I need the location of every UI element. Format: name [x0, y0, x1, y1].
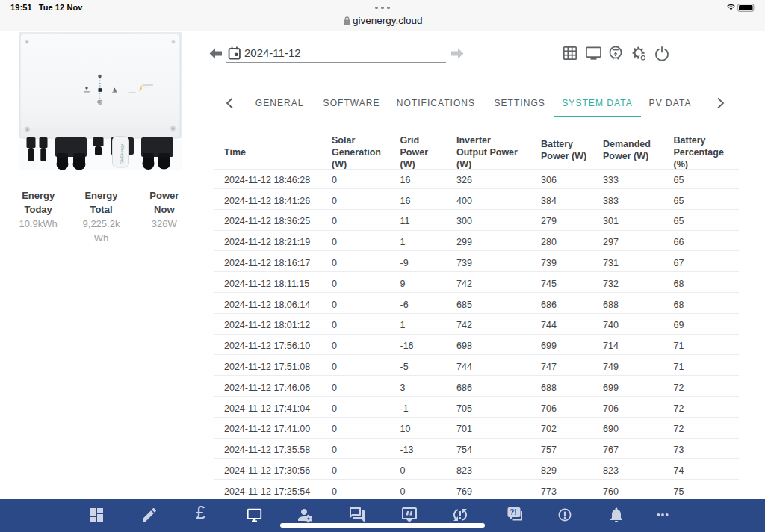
svg-text:GivEnergy: GivEnergy [120, 144, 124, 164]
svg-text:?!: ?! [510, 508, 516, 516]
